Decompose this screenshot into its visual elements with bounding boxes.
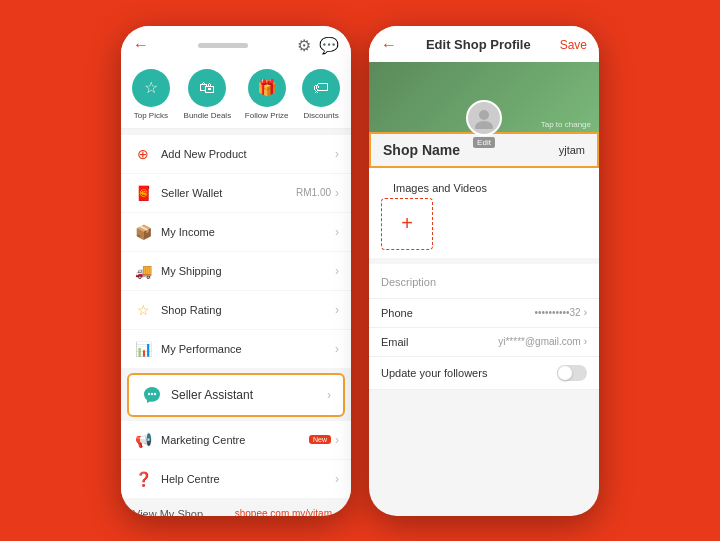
discounts-action[interactable]: 🏷 Discounts [302,69,340,120]
my-performance-item[interactable]: 📊 My Performance › [121,330,351,369]
left-phone: ← ⚙ 💬 ☆ Top Picks 🛍 Bundle Deals 🎁 Follo… [121,26,351,516]
back-button[interactable]: ← [133,36,149,54]
notch [198,43,248,48]
quick-actions: ☆ Top Picks 🛍 Bundle Deals 🎁 Follow Priz… [121,61,351,129]
seller-wallet-label: Seller Wallet [161,187,296,199]
page-title: Edit Shop Profile [426,37,531,52]
marketing-icon: 📢 [133,430,153,450]
seller-wallet-item[interactable]: 🧧 Seller Wallet RM1.00 › [121,174,351,213]
seller-assistant-label: Seller Assistant [171,388,327,402]
help-label: Help Centre [161,473,335,485]
svg-point-4 [475,121,493,129]
images-section-header: Images and Videos [381,174,587,198]
avatar [466,100,502,136]
chevron-icon: › [335,433,339,447]
avatar-container: Edit [466,100,502,148]
right-header: ← Edit Shop Profile Save [369,26,599,62]
bundle-deals-label: Bundle Deals [184,111,232,120]
email-row[interactable]: Email yi*****@gmail.com › [369,328,599,357]
rating-icon: ☆ [133,300,153,320]
followers-row: Update your followers [369,357,599,390]
top-picks-action[interactable]: ☆ Top Picks [132,69,170,120]
phone-value: ••••••••••32 › [535,307,587,318]
chevron-icon: › [335,147,339,161]
chevron-icon: › [335,264,339,278]
marketing-label: Marketing Centre [161,434,309,446]
shop-name-label: Shop Name [383,142,460,158]
marketing-centre-item[interactable]: 📢 Marketing Centre New › [121,421,351,460]
new-badge: New [309,435,331,444]
view-shop-label: View My Shop [133,508,203,516]
chevron-icon: › [335,186,339,200]
phone-label: Phone [381,307,413,319]
follow-prize-label: Follow Prize [245,111,289,120]
shop-rating-label: Shop Rating [161,304,335,316]
header-icons: ⚙ 💬 [297,36,339,55]
description-label: Description [381,276,436,288]
shop-rating-item[interactable]: ☆ Shop Rating › [121,291,351,330]
wallet-amount: RM1.00 › [296,186,339,200]
left-header: ← ⚙ 💬 [121,26,351,61]
save-button[interactable]: Save [560,38,587,52]
back-button[interactable]: ← [381,36,397,54]
add-product-icon: ⊕ [133,144,153,164]
toggle-thumb [558,366,572,380]
phone-row[interactable]: Phone ••••••••••32 › [369,299,599,328]
shop-url: shopee.com.my/yjtam [235,508,332,516]
upload-image-button[interactable]: + [381,198,433,250]
chevron-icon: › [335,225,339,239]
seller-assistant-icon [141,384,163,406]
shop-cover-photo[interactable]: Edit Tap to change [369,62,599,132]
shipping-icon: 🚚 [133,261,153,281]
income-icon: 📦 [133,222,153,242]
follow-prize-icon: 🎁 [248,69,286,107]
email-label: Email [381,336,409,348]
view-my-shop[interactable]: View My Shop shopee.com.my/yjtam › [121,499,351,516]
seller-assistant-item[interactable]: Seller Assistant › [127,373,345,417]
performance-icon: 📊 [133,339,153,359]
tap-change-label: Tap to change [541,120,591,129]
messages-icon[interactable]: 💬 [319,36,339,55]
help-centre-item[interactable]: ❓ Help Centre › [121,460,351,499]
bundle-deals-icon: 🛍 [188,69,226,107]
wallet-icon: 🧧 [133,183,153,203]
svg-point-1 [151,392,153,394]
my-income-item[interactable]: 📦 My Income › [121,213,351,252]
followers-toggle[interactable] [557,365,587,381]
chevron-icon: › [584,336,587,347]
discounts-label: Discounts [304,111,339,120]
lower-menu: 📢 Marketing Centre New › ❓ Help Centre › [121,421,351,499]
bundle-deals-action[interactable]: 🛍 Bundle Deals [184,69,232,120]
chevron-icon: › [335,303,339,317]
discounts-icon: 🏷 [302,69,340,107]
svg-point-3 [479,110,489,120]
my-income-label: My Income [161,226,335,238]
top-picks-label: Top Picks [134,111,168,120]
svg-point-2 [154,392,156,394]
followers-label: Update your followers [381,367,487,379]
chevron-icon: › [335,472,339,486]
email-value: yi*****@gmail.com › [498,336,587,347]
settings-icon[interactable]: ⚙ [297,36,311,55]
description-section[interactable]: Description [369,264,599,299]
top-picks-icon: ☆ [132,69,170,107]
chevron-icon: › [584,307,587,318]
my-performance-label: My Performance [161,343,335,355]
chevron-icon: › [335,507,339,516]
shop-name-value: yjtam [559,144,585,156]
chevron-icon: › [327,388,331,402]
chevron-icon: › [335,342,339,356]
images-section: Images and Videos + [369,168,599,264]
svg-point-0 [148,392,150,394]
edit-label: Edit [473,137,495,148]
add-product-label: Add New Product [161,148,335,160]
add-new-product-item[interactable]: ⊕ Add New Product › [121,135,351,174]
my-shipping-label: My Shipping [161,265,335,277]
follow-prize-action[interactable]: 🎁 Follow Prize [245,69,289,120]
right-phone: ← Edit Shop Profile Save Edit Tap to cha… [369,26,599,516]
my-shipping-item[interactable]: 🚚 My Shipping › [121,252,351,291]
help-icon: ❓ [133,469,153,489]
menu-list: ⊕ Add New Product › 🧧 Seller Wallet RM1.… [121,135,351,369]
